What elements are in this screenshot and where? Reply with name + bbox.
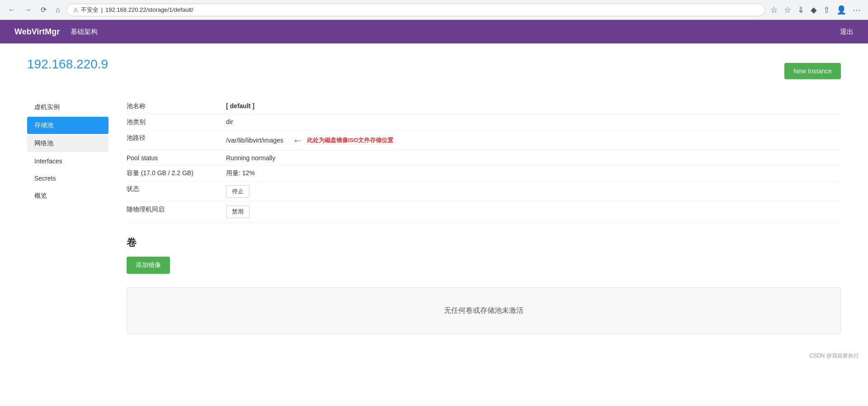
- sidebar-item-overview[interactable]: 概览: [27, 187, 108, 205]
- sidebar-item-storage[interactable]: 存储池: [27, 117, 108, 134]
- label-state: 状态: [127, 185, 226, 193]
- forward-button[interactable]: →: [22, 4, 34, 16]
- label-pool-name: 池名称: [127, 102, 226, 110]
- value-pool-status: Running normally: [226, 154, 275, 162]
- volumes-section-title: 卷: [127, 236, 841, 249]
- label-capacity: 容量 (17.0 GB / 2.2 GB): [127, 169, 226, 177]
- detail-area: 池名称 [ default ] 池类别 dir 池路径 /var/lib/lib…: [127, 99, 841, 334]
- logout-button[interactable]: 退出: [840, 28, 854, 36]
- app-header-left: WebVirtMgr 基础架构: [14, 27, 98, 37]
- browser-chrome: ← → ⟳ ⌂ ⚠ 不安全 | 192.168.220.22/storage/1…: [0, 0, 868, 20]
- value-capacity: 用量: 12%: [226, 169, 255, 177]
- lock-icon: ⚠: [73, 7, 78, 13]
- menu-icon[interactable]: ⋯: [851, 3, 863, 17]
- app-header: WebVirtMgr 基础架构 退出: [0, 20, 868, 43]
- nav-infrastructure[interactable]: 基础架构: [71, 28, 98, 36]
- empty-pool-notice: 无任何卷或存储池未激活: [127, 287, 841, 334]
- sidebar-item-interfaces[interactable]: Interfaces: [27, 153, 108, 169]
- info-table: 池名称 [ default ] 池类别 dir 池路径 /var/lib/lib…: [127, 99, 841, 222]
- address-separator: |: [101, 6, 103, 13]
- label-pool-status: Pool status: [127, 154, 226, 162]
- info-row-pool-status: Pool status Running normally: [127, 151, 841, 166]
- sidebar-item-vms[interactable]: 虚机实例: [27, 99, 108, 116]
- download-icon[interactable]: ⇓: [796, 3, 806, 17]
- info-row-pool-path: 池路径 /var/lib/libvirt/images ← 此处为磁盘镜像ISO…: [127, 130, 841, 151]
- info-row-autostart: 随物理机同启 禁用: [127, 202, 841, 222]
- sidebar-item-network[interactable]: 网络池: [27, 135, 108, 152]
- annotation-text: 此处为磁盘镜像ISO文件存储位置: [307, 136, 393, 144]
- empty-pool-text: 无任何卷或存储池未激活: [444, 306, 524, 314]
- browser-actions: ☆ ☆ ⇓ ◆ ⇧ 👤 ⋯: [769, 3, 863, 17]
- app-logo: WebVirtMgr: [14, 27, 60, 37]
- footer: CSDN @我就要执行: [0, 348, 868, 364]
- new-instance-button[interactable]: New Instance: [784, 63, 841, 79]
- header-row: 192.168.220.9 New Instance: [27, 57, 841, 85]
- label-pool-type: 池类别: [127, 118, 226, 126]
- page-title: 192.168.220.9: [27, 57, 108, 72]
- back-button[interactable]: ←: [5, 4, 18, 16]
- add-image-button[interactable]: 添加镜像: [127, 257, 170, 274]
- label-pool-path: 池路径: [127, 134, 226, 142]
- value-pool-name: [ default ]: [226, 102, 255, 110]
- extensions-icon[interactable]: ◆: [809, 3, 819, 17]
- main-content: 192.168.220.9 New Instance 虚机实例 存储池 网络池 …: [0, 43, 868, 348]
- footer-text: CSDN @我就要执行: [809, 353, 859, 359]
- value-pool-type: dir: [226, 118, 233, 125]
- collection-icon[interactable]: ☆: [782, 3, 793, 17]
- disable-button[interactable]: 禁用: [226, 205, 250, 218]
- info-row-state: 状态 停止: [127, 182, 841, 202]
- info-row-pool-name: 池名称 [ default ]: [127, 99, 841, 115]
- home-button[interactable]: ⌂: [53, 4, 63, 16]
- annotation-area: /var/lib/libvirt/images ← 此处为磁盘镜像ISO文件存储…: [226, 134, 393, 147]
- refresh-button[interactable]: ⟳: [38, 4, 49, 16]
- share-icon[interactable]: ⇧: [821, 3, 832, 17]
- arrow-icon: ←: [292, 134, 303, 147]
- insecure-label: 不安全: [81, 6, 99, 14]
- info-row-capacity: 容量 (17.0 GB / 2.2 GB) 用量: 12%: [127, 166, 841, 182]
- profile-icon[interactable]: 👤: [835, 3, 848, 17]
- address-bar[interactable]: ⚠ 不安全 | 192.168.220.22/storage/1/default…: [66, 4, 765, 16]
- address-text: 192.168.220.22/storage/1/default/: [105, 6, 193, 13]
- info-row-pool-type: 池类别 dir: [127, 115, 841, 130]
- star-icon[interactable]: ☆: [769, 3, 779, 17]
- value-pool-path: /var/lib/libvirt/images: [226, 137, 283, 144]
- sidebar-item-secrets[interactable]: Secrets: [27, 170, 108, 186]
- sidebar: 虚机实例 存储池 网络池 Interfaces Secrets 概览: [27, 99, 108, 334]
- stop-button[interactable]: 停止: [226, 185, 250, 198]
- content-layout: 虚机实例 存储池 网络池 Interfaces Secrets 概览: [27, 99, 841, 334]
- label-autostart: 随物理机同启: [127, 205, 226, 214]
